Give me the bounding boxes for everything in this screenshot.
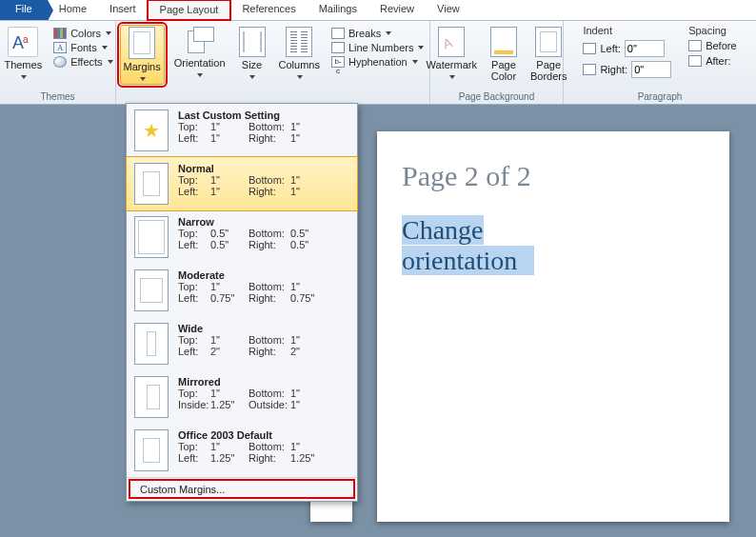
group-paragraph: Indent Left: Right: Spacing Before: [564, 21, 756, 104]
effects-icon: [53, 56, 67, 68]
page-2-selection: Change orientation: [402, 215, 705, 276]
spacing-before-row: Before: [688, 40, 736, 51]
margins-option-mirrored[interactable]: MirroredTop:1"Bottom:1"Inside:1.25"Outsi…: [127, 370, 357, 424]
group-label-page-background: Page Background: [436, 90, 557, 104]
document-area: 2 Page 2 of 2 Change orientation: [0, 105, 756, 537]
page-2-title: Page 2 of 2: [402, 160, 705, 192]
spacing-after-row: After:: [688, 55, 736, 67]
indent-heading: Indent: [583, 25, 671, 36]
margins-thumb-icon: [134, 163, 169, 205]
margins-option-normal[interactable]: NormalTop:1"Bottom:1"Left:1"Right:1": [126, 156, 358, 211]
margins-dropdown: Last Custom SettingTop:1"Bottom:1"Left:1…: [126, 103, 358, 502]
breaks-icon: [331, 28, 345, 39]
indent-right-row: Right:: [583, 61, 671, 78]
margins-thumb-icon: [134, 109, 169, 151]
group-label-themes: Themes: [6, 90, 109, 104]
tab-references[interactable]: References: [230, 0, 307, 20]
page-color-button[interactable]: Page Color: [487, 25, 521, 82]
margins-button[interactable]: Margins: [120, 25, 165, 85]
indent-right-icon: [583, 64, 596, 75]
margins-thumb-icon: [134, 269, 169, 311]
theme-fonts-button[interactable]: A Fonts: [51, 41, 114, 54]
spacing-after-icon: [688, 55, 702, 67]
tab-home[interactable]: Home: [48, 0, 98, 20]
group-page-setup: Margins Orientation Size: [116, 21, 430, 104]
page-borders-icon: [535, 27, 562, 57]
tab-review[interactable]: Review: [368, 0, 426, 20]
orientation-icon: [186, 27, 214, 55]
line-numbers-button[interactable]: Line Numbers: [329, 41, 426, 54]
colors-icon: [53, 28, 67, 39]
group-page-background: A Watermark Page Color Page Borders Page…: [430, 21, 564, 104]
indent-right-input[interactable]: [631, 61, 671, 78]
svg-text:A: A: [441, 34, 455, 51]
margins-option-moderate[interactable]: ModerateTop:1"Bottom:1"Left:0.75"Right:0…: [127, 264, 357, 317]
margins-icon: [129, 27, 155, 59]
ribbon: Aa Themes Colors A Fonts Effects Them: [0, 21, 756, 105]
group-themes: Aa Themes Colors A Fonts Effects Them: [0, 21, 116, 104]
hyphenation-icon: b-c: [331, 56, 345, 68]
size-icon: [239, 27, 266, 57]
tab-page-layout[interactable]: Page Layout: [148, 0, 231, 20]
line-numbers-icon: [331, 42, 345, 53]
margins-option-narrow[interactable]: NarrowTop:0.5"Bottom:0.5"Left:0.5"Right:…: [127, 210, 357, 264]
themes-icon: Aa: [8, 27, 38, 57]
columns-icon: [286, 27, 312, 57]
indent-left-input[interactable]: [625, 40, 665, 57]
orientation-button[interactable]: Orientation: [170, 25, 229, 80]
watermark-button[interactable]: A Watermark: [423, 25, 481, 82]
hyphenation-button[interactable]: b-cHyphenation: [329, 55, 426, 69]
theme-effects-button[interactable]: Effects: [51, 55, 114, 69]
theme-colors-button[interactable]: Colors: [51, 27, 114, 40]
margins-thumb-icon: [134, 323, 169, 365]
ribbon-tabs: File Home Insert Page Layout References …: [0, 0, 756, 21]
tab-view[interactable]: View: [426, 0, 471, 20]
margins-thumb-icon: [134, 216, 169, 258]
fonts-icon: A: [53, 42, 67, 53]
tab-file[interactable]: File: [0, 0, 48, 20]
spacing-heading: Spacing: [688, 25, 736, 36]
custom-margins-menuitem[interactable]: Custom Margins...: [127, 477, 357, 501]
size-button[interactable]: Size: [235, 25, 269, 82]
page-color-icon: [490, 27, 517, 57]
svg-text:a: a: [23, 34, 29, 45]
spacing-before-icon: [688, 40, 702, 51]
breaks-button[interactable]: Breaks: [329, 27, 426, 40]
tab-mailings[interactable]: Mailings: [308, 0, 368, 20]
margins-thumb-icon: [134, 429, 169, 471]
margins-option-last-custom-setting[interactable]: Last Custom SettingTop:1"Bottom:1"Left:1…: [127, 104, 357, 157]
margins-thumb-icon: [134, 376, 169, 418]
watermark-icon: A: [438, 27, 465, 57]
group-label-paragraph: Paragraph: [569, 90, 750, 104]
themes-button[interactable]: Aa Themes: [0, 25, 46, 82]
tab-insert[interactable]: Insert: [98, 0, 148, 20]
margins-option-wide[interactable]: WideTop:1"Bottom:1"Left:2"Right:2": [127, 317, 357, 370]
margins-option-office-2003-default[interactable]: Office 2003 DefaultTop:1"Bottom:1"Left:1…: [127, 424, 357, 477]
page-2[interactable]: Page 2 of 2 Change orientation: [377, 131, 729, 522]
indent-left-row: Left:: [583, 40, 671, 57]
indent-left-icon: [583, 43, 596, 54]
columns-button[interactable]: Columns: [275, 25, 324, 82]
